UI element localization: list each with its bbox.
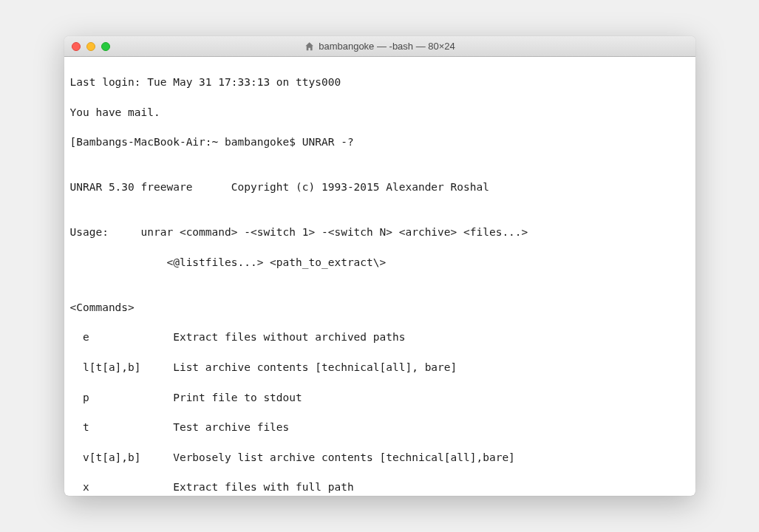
terminal-content[interactable]: Last login: Tue May 31 17:33:13 on ttys0… xyxy=(64,57,695,496)
home-icon xyxy=(304,41,314,52)
terminal-window: bambangoke — -bash — 80×24 Last login: T… xyxy=(64,36,695,496)
terminal-line: [Bambangs-MacBook-Air:~ bambangoke$ UNRA… xyxy=(70,134,690,149)
terminal-line: You have mail. xyxy=(70,105,690,120)
close-button[interactable] xyxy=(72,42,81,51)
terminal-line: Last login: Tue May 31 17:33:13 on ttys0… xyxy=(70,75,690,89)
terminal-line: Usage: unrar <command> -<switch 1> -<swi… xyxy=(70,225,690,239)
terminal-line: l[t[a],b] List archive contents [technic… xyxy=(70,360,690,375)
terminal-line: p Print file to stdout xyxy=(70,390,690,405)
terminal-line: UNRAR 5.30 freeware Copyright (c) 1993-2… xyxy=(70,180,690,194)
terminal-line: e Extract files without archived paths xyxy=(70,330,690,344)
terminal-line: v[t[a],b] Verbosely list archive content… xyxy=(70,450,690,465)
terminal-line: x Extract files with full path xyxy=(70,480,690,494)
terminal-line: <Commands> xyxy=(70,300,690,315)
terminal-line: <@listfiles...> <path_to_extract\> xyxy=(70,255,690,270)
titlebar[interactable]: bambangoke — -bash — 80×24 xyxy=(64,36,695,57)
window-title: bambangoke — -bash — 80×24 xyxy=(304,41,455,52)
minimize-button[interactable] xyxy=(86,42,95,51)
maximize-button[interactable] xyxy=(101,42,110,51)
window-title-text: bambangoke — -bash — 80×24 xyxy=(319,41,455,52)
traffic-lights xyxy=(64,42,110,51)
terminal-line: t Test archive files xyxy=(70,420,690,434)
